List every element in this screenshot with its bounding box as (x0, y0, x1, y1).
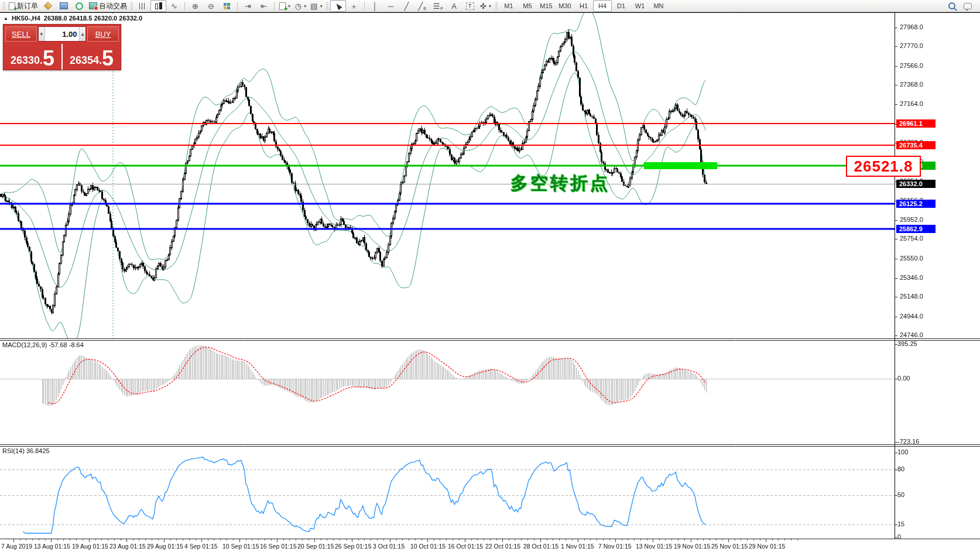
price-axis-tick: 24944.0 (900, 313, 923, 320)
volume-stepper: ▼ ▲ (38, 26, 86, 42)
price-line-badge: 26735.4 (896, 141, 936, 149)
price-axis-tick: 27164.0 (900, 100, 923, 107)
auto-trading-button[interactable]: 自动交易 (87, 0, 129, 12)
date-axis-tick: 20 Sep 01:15 (297, 543, 334, 550)
volume-input[interactable] (45, 27, 80, 41)
text-icon: A (451, 2, 457, 10)
text-label-icon: T (466, 2, 474, 10)
price-axis-tick: 27566.0 (900, 62, 923, 69)
date-axis-tick: 23 Aug 01:15 (109, 543, 146, 550)
sell-price-frac: 5 (43, 50, 54, 67)
timeframe-D1[interactable]: D1 (612, 0, 631, 12)
cursor-button[interactable] (330, 0, 346, 12)
buy-button[interactable]: BUY (87, 26, 119, 42)
buy-price-main: 26354 (70, 55, 99, 66)
sell-button[interactable]: SELL (5, 26, 37, 42)
volume-increase-button[interactable]: ▲ (79, 27, 85, 41)
date-axis-tick: 1 Nov 01:15 (561, 543, 594, 550)
chat-button[interactable] (960, 0, 975, 12)
price-axis-tick: 25754.0 (900, 235, 923, 242)
collapse-triangle-icon[interactable]: ▲ (4, 16, 8, 21)
date-axis-tick: 29 Aug 01:15 (147, 543, 183, 550)
text-button[interactable]: A (446, 0, 462, 12)
toolbar-separator (184, 2, 185, 11)
market-watch-button[interactable] (56, 0, 71, 12)
price-line-badge: 26125.2 (896, 200, 936, 208)
vertical-line-button[interactable]: │ (367, 0, 383, 12)
caret-icon: ▾ (489, 4, 491, 9)
horizontal-line-icon: ─ (388, 2, 393, 10)
timeframe-H1[interactable]: H1 (574, 0, 593, 12)
price-line-badge: 25862.9 (896, 225, 936, 233)
rsi-indicator-label: RSI(14) 36.8425 (2, 447, 50, 454)
profiles-button[interactable] (40, 0, 56, 12)
timeframe-M30[interactable]: M30 (556, 0, 574, 12)
zoom-out-icon: ⊖ (208, 2, 214, 10)
tile-windows-button[interactable] (219, 0, 235, 12)
chart-shift-button[interactable]: ⇤ (256, 0, 272, 12)
one-click-trading-panel: SELL ▼ ▲ BUY 26330.5 26354.5 (3, 24, 121, 70)
zoom-out-button[interactable]: ⊖ (203, 0, 219, 12)
zoom-in-icon: ⊕ (192, 2, 198, 10)
chart-annotation-text[interactable]: 多空转折点 (510, 172, 610, 196)
date-axis-tick: 19 Aug 01:15 (72, 543, 108, 550)
channel-button[interactable]: ╱E (414, 0, 430, 12)
price-axis-tick: 27968.0 (900, 23, 923, 30)
toolbar-separator (274, 2, 275, 11)
new-order-button[interactable]: 新订单 (7, 0, 40, 12)
auto-scroll-button[interactable]: ⇥ (240, 0, 256, 12)
channel-sub-label: E (423, 6, 426, 11)
symbol-period-label: HK50-,H4 (12, 15, 40, 22)
arrows-button[interactable]: ✜▾ (478, 0, 494, 12)
price-axis-tick: 27368.0 (900, 81, 923, 88)
bar-chart-button[interactable] (135, 0, 150, 12)
price-text-object[interactable]: 26521.8 (846, 156, 921, 177)
auto-scroll-icon: ⇥ (245, 2, 251, 10)
timeframe-H4[interactable]: H4 (593, 0, 612, 12)
indicators-button[interactable]: ▾ (277, 0, 293, 12)
rsi-axis-tick: 15 (897, 520, 904, 527)
search-button[interactable] (944, 0, 960, 12)
candlestick-chart-button[interactable] (150, 0, 166, 12)
line-chart-button[interactable]: ∿ (166, 0, 182, 12)
chart-shift-icon: ⇤ (261, 2, 267, 10)
caret-icon: ▾ (320, 4, 323, 9)
date-axis-tick: 26 Sep 01:15 (335, 543, 371, 550)
cursor-icon (334, 2, 342, 10)
date-axis-tick: 29 Nov 01:15 (749, 543, 785, 550)
horizontal-line-button[interactable]: ─ (383, 0, 399, 12)
chart-title: ▲ HK50-,H4 26388.0 26418.5 26320.0 26332… (4, 15, 142, 22)
periods-button[interactable]: ◷▾ (293, 0, 309, 12)
macd-axis-tick: 0.00 (897, 375, 910, 382)
crosshair-button[interactable]: ＋ (346, 0, 362, 12)
caret-icon: ▾ (288, 4, 290, 9)
navigator-icon (76, 2, 83, 10)
timeframe-M1[interactable]: M1 (499, 0, 518, 12)
navigator-button[interactable] (71, 0, 87, 12)
price-axis-tick: 25952.0 (900, 216, 923, 223)
date-axis-tick: 10 Sep 01:15 (222, 543, 259, 550)
text-label-button[interactable]: T (462, 0, 478, 12)
timeframe-M5[interactable]: M5 (518, 0, 537, 12)
templates-button[interactable]: ▤▾ (309, 0, 324, 12)
timeframe-M15[interactable]: M15 (537, 0, 556, 12)
fibonacci-button[interactable]: ☰F (430, 0, 446, 12)
date-axis-tick: 25 Nov 01:15 (711, 543, 748, 550)
rsi-axis-tick: 0 (897, 533, 901, 540)
volume-decrease-button[interactable]: ▼ (39, 27, 45, 41)
timeframe-W1[interactable]: W1 (631, 0, 649, 12)
date-axis-tick: 10 Oct 01:15 (410, 543, 446, 550)
date-axis-tick: 4 Sep 01:15 (184, 543, 218, 550)
date-axis-tick: 7 Nov 01:15 (598, 543, 632, 550)
zoom-in-button[interactable]: ⊕ (187, 0, 203, 12)
trendline-button[interactable]: ╱ (399, 0, 414, 12)
timeframe-MN[interactable]: MN (649, 0, 668, 12)
chart-canvas[interactable] (0, 0, 980, 555)
trading-terminal-window: { "toolbar": { "new_order_label": "新订单",… (0, 0, 980, 555)
sell-price[interactable]: 26330.5 (4, 44, 63, 70)
indicators-icon (279, 2, 286, 10)
buy-price[interactable]: 26354.5 (63, 44, 121, 70)
current-price-badge: 26332.0 (896, 180, 936, 188)
toolbar-grip (495, 2, 498, 10)
fibonacci-icon: ☰ (433, 2, 440, 10)
